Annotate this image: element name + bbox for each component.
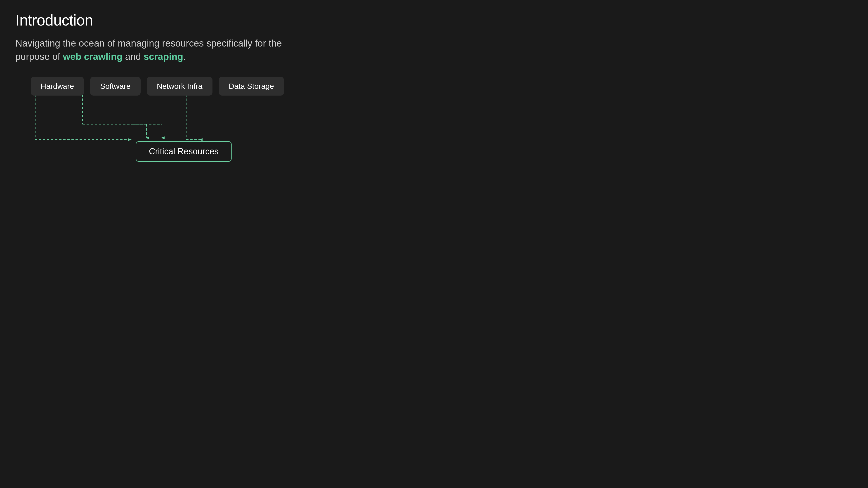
subtitle-highlight-scraping: scraping — [144, 51, 183, 62]
category-software: Software — [90, 77, 141, 96]
subtitle-between: and — [123, 51, 144, 62]
category-hardware: Hardware — [31, 77, 84, 96]
subtitle-end: . — [183, 51, 186, 62]
categories-row: Hardware Software Network Infra Data Sto… — [31, 77, 284, 96]
subtitle-highlight-crawling: web crawling — [63, 51, 123, 62]
category-data-storage: Data Storage — [219, 77, 284, 96]
page-title: Introduction — [16, 12, 314, 29]
diagram-area: Hardware Software Network Infra Data Sto… — [16, 77, 314, 171]
slide: Introduction Navigating the ocean of man… — [0, 0, 329, 184]
hardware-line — [35, 94, 131, 140]
critical-resources-box: Critical Resources — [136, 141, 232, 162]
category-network-infra: Network Infra — [147, 77, 213, 96]
subtitle: Navigating the ocean of managing resourc… — [16, 37, 287, 64]
